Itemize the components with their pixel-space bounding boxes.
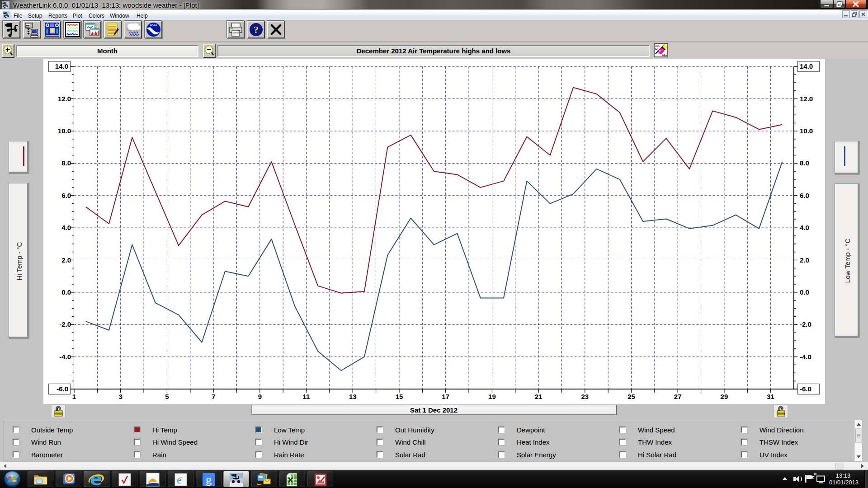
svg-text:19: 19 (488, 393, 496, 400)
svg-text:-2.0: -2.0 (800, 320, 811, 328)
svg-text:31: 31 (767, 393, 774, 400)
svg-text:-4.0: -4.0 (800, 353, 811, 361)
svg-text:-6.0: -6.0 (57, 385, 68, 393)
svg-text:0.0: 0.0 (800, 288, 809, 296)
svg-text:17: 17 (442, 393, 449, 400)
svg-text:e: e (177, 474, 182, 486)
svg-text:21: 21 (535, 393, 542, 400)
svg-text:8.0: 8.0 (61, 159, 71, 167)
svg-text:15: 15 (396, 393, 403, 400)
svg-text:5: 5 (165, 393, 169, 400)
svg-text:6.0: 6.0 (800, 192, 809, 199)
svg-text:10.0: 10.0 (58, 127, 71, 135)
svg-text:3: 3 (119, 393, 123, 400)
svg-text:7: 7 (212, 393, 215, 400)
svg-text:?: ? (254, 24, 259, 35)
svg-text:29: 29 (721, 393, 728, 400)
svg-text:-2.0: -2.0 (59, 320, 71, 328)
svg-text:2.0: 2.0 (61, 256, 71, 264)
svg-text:12.0: 12.0 (800, 95, 813, 103)
svg-text:1: 1 (72, 393, 76, 400)
svg-text:25: 25 (627, 393, 635, 400)
svg-text:4.0: 4.0 (800, 224, 809, 231)
svg-text:2.0: 2.0 (800, 256, 809, 264)
svg-text:12.0: 12.0 (58, 95, 71, 103)
svg-text:14.0: 14.0 (55, 62, 68, 70)
svg-text:27: 27 (674, 393, 682, 400)
svg-text:8.0: 8.0 (800, 159, 809, 167)
svg-text:23: 23 (581, 393, 589, 400)
svg-text:9: 9 (258, 393, 262, 400)
svg-text:-4.0: -4.0 (59, 353, 71, 361)
svg-text:11: 11 (303, 393, 310, 400)
svg-text:6.0: 6.0 (61, 192, 71, 199)
svg-text:g: g (206, 473, 212, 486)
svg-text:14.0: 14.0 (800, 62, 813, 70)
svg-text:10.0: 10.0 (800, 127, 813, 135)
svg-text:4.0: 4.0 (61, 224, 71, 231)
svg-text:-6.0: -6.0 (800, 385, 811, 393)
svg-text:13: 13 (349, 393, 357, 400)
svg-text:NOAA: NOAA (150, 24, 157, 27)
svg-text:0.0: 0.0 (61, 288, 71, 296)
